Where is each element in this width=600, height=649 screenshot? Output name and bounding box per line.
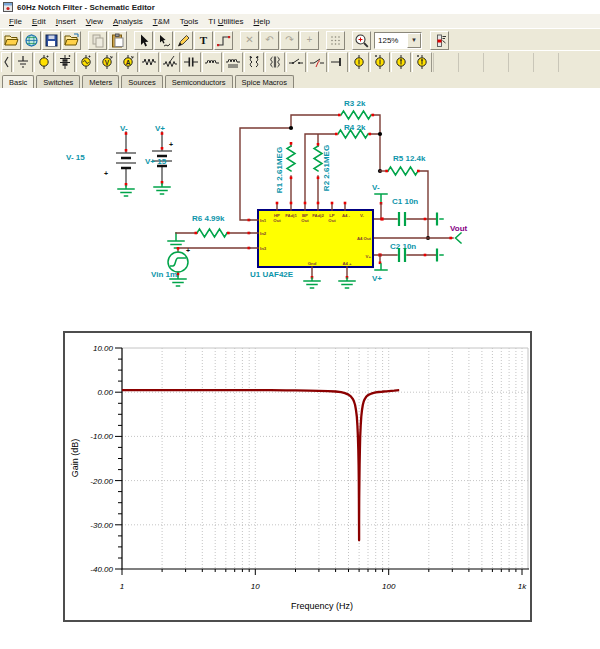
svg-text:+: + (104, 170, 108, 177)
tab-meters[interactable]: Meters (82, 75, 119, 88)
component-switch-button[interactable] (286, 52, 306, 73)
component-ccvs-button[interactable] (370, 52, 390, 73)
redo-button[interactable]: ↷ (280, 31, 299, 50)
component-resistor-button[interactable] (139, 52, 159, 73)
schematic-editor-window: 60Hz Notch Filter - Schematic Editor Fil… (0, 0, 600, 649)
potentiometer-icon (162, 54, 178, 70)
menu-t-m[interactable]: T&M (148, 16, 175, 27)
schematic-canvas[interactable]: V- + V- 15 V+ + (0, 88, 600, 649)
svg-text:R2 2.61MEG: R2 2.61MEG (322, 145, 331, 191)
tab-basic[interactable]: Basic (2, 75, 34, 89)
coupled-inductors-icon (246, 54, 262, 70)
menu-insert[interactable]: Insert (51, 16, 81, 27)
opamp-u1-uaf42e[interactable]: HP Out FAdj1 BP Out FAdj2 LP Out A4 - V-… (250, 202, 373, 288)
component-ground-button[interactable] (13, 52, 33, 73)
component-battery-button[interactable] (55, 52, 75, 73)
main-toolbar: T ✕ ↶ ↷ + 125% ▼ (0, 28, 600, 52)
chevron-down-icon[interactable]: ▼ (407, 33, 421, 48)
jumper-icon (330, 54, 346, 70)
svg-text:In3: In3 (260, 246, 267, 251)
component-transformer-button[interactable] (265, 52, 285, 73)
battery-vplus[interactable]: V+ + V+ 15 (145, 124, 173, 194)
text-tool-button[interactable]: T (194, 31, 213, 50)
save-button[interactable] (42, 31, 61, 50)
tab-spice-macros[interactable]: Spice Macros (235, 75, 294, 88)
delete-button[interactable]: ✕ (240, 31, 259, 50)
component-inductor-button[interactable] (202, 52, 222, 73)
plot-tick-labels: 10.000.00-10.00-20.00-30.00-40.001101001… (90, 344, 527, 591)
select-alt-tool-button[interactable] (154, 31, 173, 50)
tab-semiconductors[interactable]: Semiconductors (165, 75, 233, 88)
paste-button[interactable] (108, 31, 127, 50)
component-voltage-generator-button[interactable] (76, 52, 96, 73)
component-jumper-button[interactable] (328, 52, 348, 73)
resistor-r4[interactable]: R4 2k (335, 123, 371, 138)
component-voltage-source-button[interactable] (34, 52, 54, 73)
svg-text:Vout: Vout (450, 224, 468, 233)
resistor-r5[interactable]: R5 12.4k (380, 154, 426, 175)
menu-file[interactable]: File (4, 16, 27, 27)
output-vout[interactable]: Vout (373, 224, 468, 243)
component-capacitor-button[interactable] (181, 52, 201, 73)
svg-text:C1 10n: C1 10n (392, 197, 418, 206)
resistor-r2[interactable]: R2 2.61MEG (314, 143, 331, 203)
capacitor-c1[interactable]: C1 10n (373, 197, 443, 226)
component-ammeter-button[interactable]: A (118, 52, 138, 73)
export-button[interactable] (22, 31, 41, 50)
svg-text:-40.00: -40.00 (90, 565, 113, 574)
menu-ti-utilities[interactable]: TI Utilities (203, 16, 248, 27)
diagram-panel[interactable]: 10.000.00-10.00-20.00-30.00-40.001101001… (63, 331, 532, 622)
open-button[interactable] (2, 31, 21, 50)
open-file-button[interactable] (62, 31, 81, 50)
menu-view[interactable]: View (81, 16, 108, 27)
resistor-r6[interactable]: R6 4.99k (168, 214, 250, 248)
svg-text:Out: Out (301, 218, 309, 223)
component-toolbar: V A (0, 50, 600, 74)
svg-text:V+: V+ (155, 124, 165, 133)
source-vin[interactable]: + Vin 1m (151, 247, 250, 286)
menu-tools[interactable]: Tools (175, 16, 204, 27)
app-icon (3, 2, 13, 12)
svg-text:10: 10 (251, 582, 260, 591)
tab-sources[interactable]: Sources (121, 75, 163, 88)
copy-button[interactable] (88, 31, 107, 50)
menu-analysis[interactable]: Analysis (108, 16, 148, 27)
component-coupled-inductors-button[interactable] (244, 52, 264, 73)
zoom-button[interactable] (352, 31, 371, 50)
svg-text:0.00: 0.00 (97, 388, 113, 397)
transformer-icon (267, 54, 283, 70)
component-potentiometer-button[interactable] (160, 52, 180, 73)
scroll-left-button[interactable] (1, 52, 12, 73)
battery-vminus[interactable]: V- + V- 15 (66, 124, 136, 196)
move-button[interactable]: + (300, 31, 319, 50)
svg-text:1k: 1k (518, 582, 527, 591)
svg-text:R6 4.99k: R6 4.99k (192, 214, 225, 223)
tab-switches[interactable]: Switches (36, 75, 80, 88)
grid-toggle-button[interactable] (326, 31, 345, 50)
capacitor-c2[interactable]: C2 10n (373, 242, 443, 262)
undo-button[interactable]: ↶ (260, 31, 279, 50)
component-cccs-button[interactable] (412, 52, 432, 73)
svg-text:R5 12.4k: R5 12.4k (393, 154, 426, 163)
component-controlled-switch-button[interactable] (307, 52, 327, 73)
wire-tool-button[interactable] (214, 31, 233, 50)
component-vccs-button[interactable] (391, 52, 411, 73)
copy-icon (90, 33, 105, 48)
draw-tool-button[interactable] (174, 31, 193, 50)
interactive-mode-button[interactable] (430, 31, 449, 50)
menu-help[interactable]: Help (248, 16, 274, 27)
svg-text:-30.00: -30.00 (90, 521, 113, 530)
component-voltmeter-button[interactable]: V (97, 52, 117, 73)
svg-text:Out: Out (273, 218, 281, 223)
supply-vminus[interactable]: V- (372, 183, 387, 219)
menu-edit[interactable]: Edit (27, 16, 51, 27)
move-icon: + (307, 35, 313, 45)
component-inductor-core-button[interactable] (223, 52, 243, 73)
svg-text:V-: V- (360, 213, 365, 218)
supply-vplus[interactable]: V+ (372, 255, 387, 283)
resistor-r1[interactable]: R1 2.61MEG (275, 142, 295, 203)
select-tool-button[interactable] (134, 31, 153, 50)
resistor-r3[interactable]: R3 2k (338, 99, 374, 119)
zoom-level-select[interactable]: 125% ▼ (374, 32, 422, 49)
component-vcvs-button[interactable] (349, 52, 369, 73)
